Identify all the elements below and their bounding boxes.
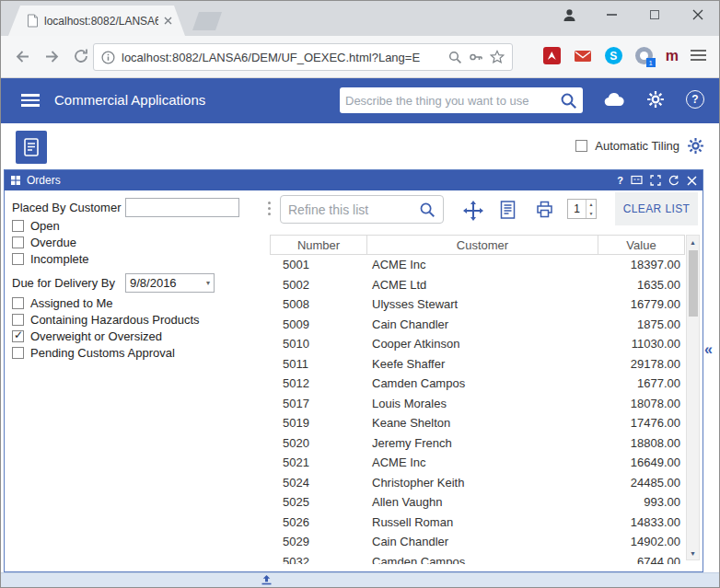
order-row[interactable]: 5010 Cooper Atkinson 11030.00 — [270, 334, 685, 354]
order-row[interactable]: 5025 Allen Vaughn 993.00 — [270, 492, 685, 513]
placed-by-input[interactable] — [125, 198, 239, 217]
adobe-acrobat-icon[interactable] — [543, 47, 561, 64]
tiling-settings-gear-icon[interactable] — [687, 137, 704, 155]
automatic-tiling-checkbox[interactable] — [575, 140, 587, 152]
badged-extension-icon[interactable]: 1 — [635, 47, 653, 64]
filter-checkbox-row[interactable]: Assigned to Me — [12, 294, 200, 311]
order-number-cell: 5011 — [270, 357, 366, 371]
maximize-icon[interactable] — [641, 5, 668, 25]
order-row[interactable]: 5008 Ulysses Stewart 16779.00 — [270, 294, 685, 315]
m-extension-icon[interactable]: m — [666, 47, 679, 64]
print-icon[interactable] — [536, 201, 553, 218]
order-row[interactable]: 5032 Camden Campos 6744.00 — [270, 552, 685, 565]
scroll-down-icon[interactable]: ▼ — [687, 547, 699, 559]
skype-icon[interactable]: S — [605, 47, 622, 64]
cloud-apps-icon[interactable] — [603, 91, 625, 108]
collapse-panel-icon[interactable]: « — [704, 341, 713, 358]
order-row[interactable]: 5019 Keane Shelton 17476.00 — [270, 413, 685, 433]
order-number-cell: 5029 — [270, 535, 366, 548]
order-value-cell: 1875.00 — [598, 317, 685, 331]
column-header-number[interactable]: Number — [271, 236, 366, 254]
dock-anchor-icon[interactable] — [261, 575, 272, 585]
settings-gear-icon[interactable] — [646, 90, 665, 109]
checkbox-icon[interactable] — [12, 220, 24, 232]
page-info-icon[interactable] — [101, 51, 115, 64]
search-icon[interactable] — [560, 92, 577, 110]
filter-checkbox-row[interactable]: Incomplete — [12, 250, 89, 267]
date-dropdown-icon[interactable]: ▾ — [206, 279, 210, 287]
app-search-input[interactable] — [345, 94, 560, 108]
back-icon[interactable] — [14, 48, 31, 65]
move-window-icon[interactable] — [463, 201, 483, 221]
mail-extension-icon[interactable] — [574, 49, 592, 63]
order-row[interactable]: 5026 Russell Roman 14833.00 — [270, 513, 685, 533]
order-value-cell: 14833.00 — [598, 515, 685, 529]
order-row[interactable]: 5012 Camden Campos 1677.00 — [270, 374, 685, 394]
orders-titlebar[interactable]: Orders ? — [5, 170, 703, 190]
app-menu-icon[interactable] — [21, 94, 40, 110]
automatic-tiling-control: Automatic Tiling — [575, 137, 704, 155]
checkbox-icon[interactable] — [12, 314, 24, 326]
order-number-cell: 5010 — [270, 337, 366, 351]
refine-input[interactable] — [288, 202, 419, 217]
filter-checkbox-row[interactable]: Overweight or Oversized — [12, 328, 200, 344]
window-help-icon[interactable]: ? — [617, 175, 623, 186]
close-window-icon[interactable] — [684, 5, 712, 25]
window-maximize-icon[interactable] — [650, 175, 661, 186]
bookmark-star-icon[interactable] — [490, 50, 505, 64]
forward-icon[interactable] — [43, 48, 61, 65]
profile-icon[interactable] — [555, 5, 583, 25]
app-search-box[interactable] — [340, 87, 583, 113]
order-row[interactable]: 5009 Cain Chandler 1875.00 — [270, 315, 685, 335]
spinner-up-icon[interactable]: ▲ — [586, 200, 596, 209]
due-date-picker[interactable]: 9/8/2016 ▾ — [125, 273, 215, 293]
order-row[interactable]: 5011 Keefe Shaffer 29178.00 — [270, 354, 685, 375]
password-key-icon[interactable] — [469, 50, 483, 64]
checkbox-icon[interactable] — [12, 330, 24, 342]
minimize-icon[interactable] — [598, 5, 626, 25]
browser-tab[interactable]: localhost:8082/LANSA6/ — [8, 6, 185, 36]
filter-checkbox-row[interactable]: Open — [12, 217, 89, 234]
filter-checkbox-row[interactable]: Overdue — [12, 234, 89, 250]
refine-search-icon[interactable] — [419, 202, 435, 218]
column-header-value[interactable]: Value — [598, 236, 684, 254]
order-value-cell: 16649.00 — [598, 455, 685, 469]
order-row[interactable]: 5029 Cain Chandler 14902.00 — [270, 532, 685, 552]
refine-search-box[interactable] — [280, 195, 444, 224]
checkbox-icon[interactable] — [12, 347, 24, 359]
scrollbar-thumb[interactable] — [689, 250, 698, 317]
tab-close-icon[interactable] — [164, 17, 172, 25]
column-header-customer[interactable]: Customer — [366, 236, 598, 254]
window-close-icon[interactable] — [687, 176, 697, 186]
spinner-down-icon[interactable]: ▼ — [586, 209, 596, 218]
table-scrollbar[interactable]: ▲ ▼ — [686, 235, 700, 560]
applications-launcher-button[interactable] — [16, 131, 47, 164]
filters-panel: Placed By Customer Open Overdue — [5, 190, 262, 571]
address-bar[interactable]: localhost:8082/LANSA6/DEM/UF_OEXEC.html?… — [93, 43, 513, 71]
help-icon[interactable]: ? — [686, 90, 704, 109]
new-tab-button[interactable] — [192, 12, 222, 30]
zoom-icon[interactable] — [448, 51, 462, 64]
checkbox-icon[interactable] — [12, 236, 24, 248]
refresh-icon[interactable] — [73, 48, 89, 64]
order-row[interactable]: 5017 Louis Morales 18078.00 — [270, 394, 685, 414]
splitter-handle-icon[interactable] — [268, 202, 271, 218]
clear-list-button[interactable]: CLEAR LIST — [615, 192, 698, 225]
order-row[interactable]: 5001 ACME Inc 18397.00 — [270, 255, 685, 275]
app-header: Commercial Applications ? — [1, 78, 719, 123]
order-row[interactable]: 5002 ACME Ltd 1635.00 — [270, 275, 685, 295]
filter-checkbox-row[interactable]: Containing Hazardous Products — [12, 311, 200, 328]
url-text: localhost:8082/LANSA6/DEM/UF_OEXEC.html?… — [122, 51, 442, 64]
order-row[interactable]: 5024 Christopher Keith 24485.00 — [270, 473, 685, 493]
checkbox-icon[interactable] — [12, 297, 24, 309]
page-spinner[interactable]: 1 ▲ ▼ — [567, 199, 597, 219]
window-display-icon[interactable] — [631, 175, 643, 186]
order-row[interactable]: 5021 ACME Inc 16649.00 — [270, 453, 685, 473]
report-list-icon[interactable] — [500, 201, 516, 219]
chrome-menu-icon[interactable] — [691, 50, 706, 63]
scroll-up-icon[interactable]: ▲ — [687, 236, 699, 248]
checkbox-icon[interactable] — [12, 253, 24, 265]
order-row[interactable]: 5020 Jeremy French 18808.00 — [270, 433, 685, 454]
window-refresh-icon[interactable] — [668, 175, 679, 186]
filter-checkbox-row[interactable]: Pending Customs Approval — [12, 344, 200, 361]
